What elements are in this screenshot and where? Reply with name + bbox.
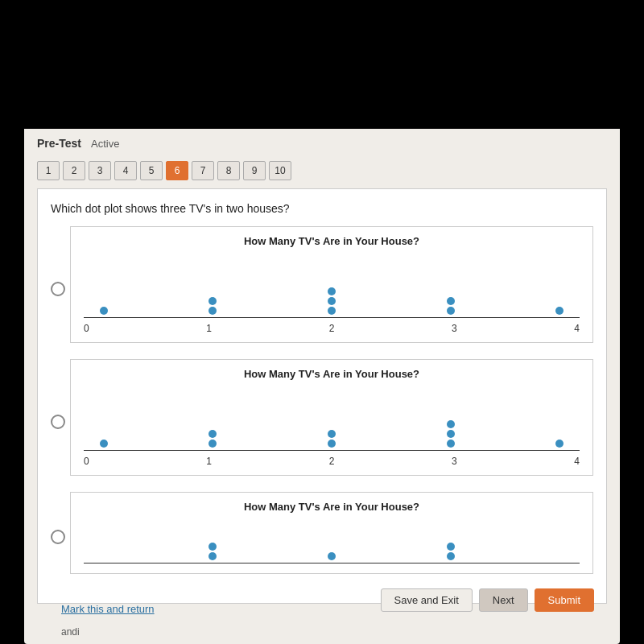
plot-3-area <box>84 519 580 564</box>
dot <box>208 297 217 305</box>
nav-btn-1[interactable]: 1 <box>37 161 60 180</box>
footer-bar: Save and Exit Next Submit <box>368 580 607 620</box>
nav-btn-8[interactable]: 8 <box>217 161 240 180</box>
submit-button[interactable]: Submit <box>535 588 594 612</box>
axis-label: 0 <box>84 323 89 334</box>
axis-label: 1 <box>206 323 212 334</box>
axis-label: 0 <box>84 456 89 467</box>
dot <box>447 430 455 438</box>
dot <box>447 420 455 428</box>
dot <box>447 297 455 305</box>
pre-test-title: Pre-Test <box>37 137 81 150</box>
dot <box>208 307 217 315</box>
dot <box>328 552 336 560</box>
dot <box>447 440 455 448</box>
dot <box>447 543 455 551</box>
nav-btn-10[interactable]: 10 <box>269 161 291 180</box>
dot <box>447 307 455 315</box>
nav-btn-9[interactable]: 9 <box>243 161 266 180</box>
axis-label: 1 <box>206 456 212 467</box>
question-text: Which dot plot shows three TV's in two h… <box>51 202 593 215</box>
question-nav: 1 2 3 4 5 6 7 8 9 10 <box>24 158 620 188</box>
nav-btn-6[interactable]: 6 <box>166 161 188 180</box>
axis-label: 3 <box>452 323 457 334</box>
dot <box>208 440 217 448</box>
radio-option-2[interactable] <box>51 415 65 429</box>
dot <box>328 307 336 315</box>
screen: Pre-Test Active 1 2 3 4 5 6 7 8 9 10 Whi… <box>24 129 620 644</box>
axis-line <box>84 563 580 564</box>
axis-line <box>84 317 580 318</box>
dot-plot-3: How Many TV's Are in Your House? <box>70 492 593 574</box>
dot <box>555 440 564 448</box>
dot <box>328 297 336 305</box>
dot <box>100 440 108 448</box>
dot <box>447 552 455 560</box>
radio-option-1[interactable] <box>51 282 65 296</box>
axis-line <box>84 450 580 451</box>
dot-plot-2: How Many TV's Are in Your House? <box>70 359 593 476</box>
nav-btn-3[interactable]: 3 <box>89 161 111 180</box>
plot-3-title: How Many TV's Are in Your House? <box>84 501 580 513</box>
plot-2-title: How Many TV's Are in Your House? <box>84 368 580 380</box>
header-bar: Pre-Test Active <box>24 129 620 158</box>
axis-labels-1: 0 1 2 3 4 <box>84 321 580 336</box>
dot <box>555 307 564 315</box>
dot <box>328 440 336 448</box>
axis-label: 4 <box>574 323 580 334</box>
nav-btn-4[interactable]: 4 <box>114 161 137 180</box>
user-name: andi <box>61 626 80 638</box>
dot <box>328 287 336 295</box>
axis-label: 4 <box>574 456 580 467</box>
dot <box>208 543 217 551</box>
save-exit-button[interactable]: Save and Exit <box>381 588 473 612</box>
nav-btn-2[interactable]: 2 <box>63 161 85 180</box>
plot-1-title: How Many TV's Are in Your House? <box>84 235 580 247</box>
nav-btn-5[interactable]: 5 <box>140 161 163 180</box>
axis-label: 2 <box>329 323 335 334</box>
dot <box>100 307 108 315</box>
dot <box>208 552 217 560</box>
axis-labels-2: 0 1 2 3 4 <box>84 454 580 469</box>
axis-label: 2 <box>329 456 335 467</box>
dot <box>328 430 336 438</box>
plot-1-area <box>84 254 580 318</box>
status-label: Active <box>91 138 119 150</box>
mark-return-link[interactable]: Mark this and return <box>61 603 155 615</box>
next-button[interactable]: Next <box>479 588 528 612</box>
content-area: Which dot plot shows three TV's in two h… <box>37 188 607 604</box>
dot <box>208 430 217 438</box>
radio-option-3[interactable] <box>51 530 65 544</box>
plot-2-area <box>84 386 580 451</box>
nav-btn-7[interactable]: 7 <box>192 161 214 180</box>
axis-label: 3 <box>452 456 457 467</box>
dot-plot-1: How Many TV's Are in Your House? <box>70 226 593 343</box>
